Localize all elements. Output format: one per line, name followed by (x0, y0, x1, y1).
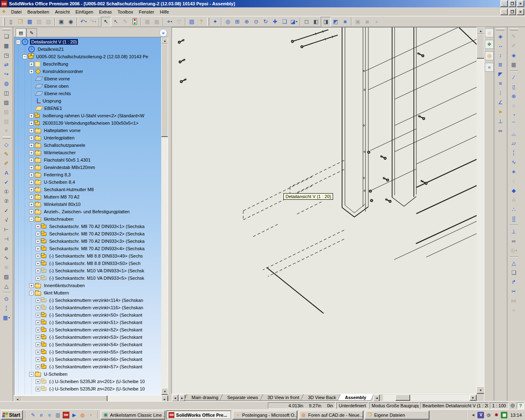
tree-item[interactable]: +Sechskantschr. M8 70 A2 DIN933<3> (Sech… (14, 237, 161, 245)
spell-check-button[interactable]: ✔ (2, 178, 11, 187)
tree-item[interactable]: +Halteplatten vorne (14, 127, 161, 134)
zoom-fit-button[interactable]: ◎ (223, 17, 233, 26)
toolbar-grip[interactable] (2, 137, 11, 139)
expand-icon[interactable]: + (36, 313, 40, 317)
expand-icon[interactable]: + (29, 195, 34, 199)
propertymanager-tab[interactable]: ✎ (26, 28, 37, 37)
text-button[interactable]: A (2, 168, 11, 178)
expand-icon[interactable]: + (36, 365, 40, 369)
expand-icon[interactable]: + (29, 173, 34, 177)
collapse-icon[interactable]: − (23, 55, 27, 59)
tree-item[interactable]: +(-) Sechskantschr. M8 8.8 DIN933<50> (S… (14, 260, 161, 267)
expand-icon[interactable]: + (36, 342, 40, 347)
undo-button[interactable]: ↶▾ (79, 17, 88, 26)
tray-antivirus-icon[interactable]: V (477, 412, 484, 418)
point-button[interactable]: ∗ (509, 167, 519, 176)
datum-target-button[interactable]: ⊣ (2, 234, 11, 244)
task-button-solidworks-office-pre-[interactable]: SWSolidWorks Office Pre... (167, 411, 231, 420)
find-reference-1-button[interactable]: ① (2, 187, 11, 196)
graphics-vertical-scrollbar[interactable]: ▲ ▼ (477, 27, 484, 394)
toolbar-grip[interactable] (496, 28, 504, 30)
tree-item[interactable]: +(-) Sechskantschr. M10 VA DIN933<1> (Se… (14, 267, 161, 274)
aligned-section-view-button[interactable]: ▨ (2, 98, 11, 107)
expand-icon[interactable]: + (36, 350, 40, 354)
tree-item[interactable]: +(-) Sechskantmuttern verzinkt<53> (Sech… (14, 333, 161, 341)
scroll-left-icon[interactable]: ◄ (373, 395, 380, 402)
solid-box-button[interactable]: ❑ (509, 268, 519, 277)
tree-item[interactable]: +2E003139 Verbindungsflacheisen 100x50x5… (14, 119, 161, 127)
tree-item[interactable]: +(-) Sechskantmuttern verzinkt<116> (Sec… (14, 304, 161, 311)
print-preview-button[interactable]: ◉ (66, 17, 75, 26)
menu-hilfe[interactable]: Hilfe (157, 8, 172, 16)
polygon-button[interactable]: ◆ (509, 186, 519, 195)
perimeter-circle-button[interactable]: ◌ (509, 101, 519, 110)
expand-icon[interactable]: + (29, 158, 34, 162)
tree-item[interactable]: +Flachstahl 50x5 1.4301 (14, 156, 161, 164)
quick-launch-firefox-icon[interactable]: ◍ (79, 411, 86, 418)
quick-launch-editor-icon[interactable]: ✎ (30, 411, 37, 418)
doc-minimize-button[interactable]: _ (500, 9, 508, 15)
tree-item[interactable]: +(-) U-Scheiben S235JR zn<201> (U-Scheib… (14, 378, 161, 385)
menu-toolbox[interactable]: Toolbox (115, 8, 136, 16)
baseline-dimension-button[interactable]: ≣ (495, 60, 505, 69)
start-button[interactable]: Start (1, 410, 23, 420)
quick-launch-solidworks-icon[interactable]: SW (62, 411, 69, 418)
expand-icon[interactable]: + (36, 239, 40, 244)
collapse-tab[interactable]: « (485, 63, 494, 72)
tree-item[interactable]: +(-) Sechskantmuttern verzinkt<55> (Sech… (14, 348, 161, 356)
tree-item[interactable]: +Sechskant-Hutmutter M8 (14, 186, 161, 193)
sheet-properties-button[interactable]: ◈ (495, 32, 505, 41)
shaded-button[interactable]: ■ (340, 17, 350, 26)
expand-icon[interactable]: + (29, 114, 34, 118)
move-entities-button[interactable]: ⋈ (509, 296, 519, 306)
collapse-icon[interactable]: − (16, 40, 21, 44)
realview-button[interactable]: ● (372, 17, 381, 26)
surface-finish-button[interactable]: √ (2, 215, 11, 225)
quick-launch-clock-icon[interactable]: ◔ (87, 411, 94, 418)
sheet-tab-separate-views[interactable]: Separate views (220, 394, 266, 401)
menu-ansicht[interactable]: Ansicht (52, 8, 73, 16)
expand-icon[interactable]: + (36, 306, 40, 310)
vertical-dimension-button[interactable]: ↕ (495, 50, 505, 60)
new-button[interactable]: ▯ (6, 17, 16, 26)
scroll-up-icon[interactable]: ▲ (477, 27, 485, 34)
redo-button[interactable]: ↷▾ (88, 17, 98, 26)
tree-item[interactable]: Ebene oben (14, 82, 161, 90)
collapse-icon[interactable]: − (29, 291, 34, 295)
bell-annotation-button[interactable]: △ (509, 258, 519, 268)
tree-item[interactable]: +Unterlegplatten (14, 134, 161, 142)
construction-geometry-button[interactable]: ╎ (509, 148, 519, 158)
graphics-hscroll-thumb[interactable] (395, 395, 410, 401)
zoom-selected-button[interactable]: ⊙ (251, 17, 261, 26)
print-button[interactable]: ▣ (57, 17, 66, 26)
tree-item[interactable]: Ursprung (14, 97, 161, 105)
task-button-eigene-dateien[interactable]: ❒Eigene Dateien (365, 411, 429, 420)
expand-icon[interactable]: + (36, 247, 40, 251)
tree-item[interactable]: +(-) Sechskantmuttern verzinkt<51> (Sech… (14, 319, 161, 326)
tray-scheduler-icon[interactable]: ◷ (485, 412, 492, 418)
tray-network-icon[interactable]: ▣ (501, 412, 507, 418)
balloon-button[interactable]: ✐ (2, 159, 11, 168)
dimension-palette-button[interactable]: ≡ (495, 79, 505, 88)
parallelogram-button[interactable]: ▱ (509, 139, 519, 148)
task-button-posteingang-microsoft-o-[interactable]: ◔Posteingang - Microsoft O... (233, 411, 297, 420)
perpendicular-relation-2-button[interactable]: ⊥ (509, 227, 519, 236)
tree-item[interactable]: +(-) Sechskantmuttern verzinkt<54> (Sech… (14, 341, 161, 348)
detail-view-button[interactable]: ◍ (2, 79, 11, 88)
tree-item[interactable]: −ADetailansicht V (1 : 20) (14, 38, 161, 46)
expand-icon[interactable]: + (36, 261, 40, 266)
hole-callout-button[interactable]: ⌀ (2, 244, 11, 253)
tree-item[interactable]: +U-Scheiben 8,4 (14, 178, 161, 186)
note-button[interactable]: ✎ (2, 149, 11, 159)
help-button[interactable]: ? (196, 17, 206, 26)
perspective-button[interactable]: ◙ (363, 17, 372, 26)
tree-item[interactable]: +Sechskantschr. M8 70 A2 DIN933<1> (Sech… (14, 223, 161, 230)
sketch-text-button[interactable]: A (509, 195, 519, 205)
open-button[interactable]: ❒ (16, 17, 25, 26)
crop-view-button[interactable]: ▧ (2, 107, 11, 116)
menu-datei[interactable]: Datei (8, 8, 25, 16)
three-point-arc-button[interactable]: ⌓ (509, 129, 519, 139)
format-plane-button[interactable]: ◇ (2, 140, 11, 149)
tray-volume-icon[interactable]: ◄ (470, 412, 476, 418)
collapse-icon[interactable]: − (29, 372, 34, 377)
